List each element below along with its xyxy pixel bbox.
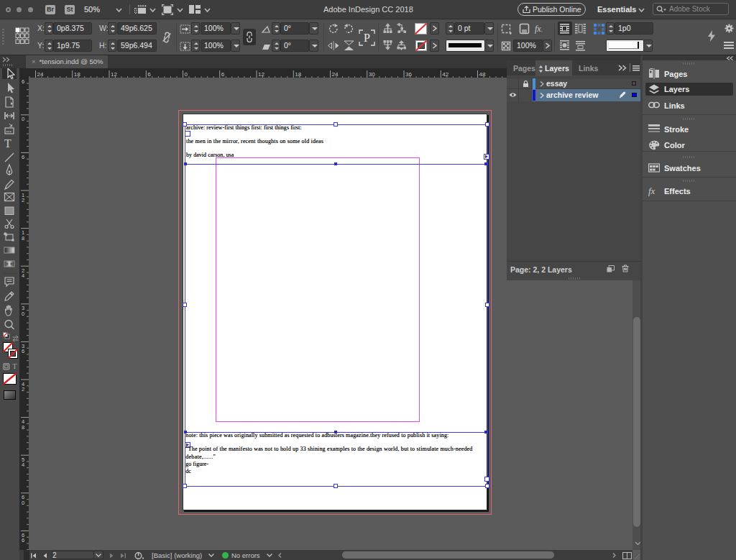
svg-text:12: 12 <box>111 71 117 78</box>
svg-text:fx: fx <box>648 185 656 196</box>
svg-text:2: 2 <box>22 197 24 203</box>
svg-text:48: 48 <box>479 71 486 78</box>
svg-text:18: 18 <box>295 71 301 78</box>
svg-text:6: 6 <box>22 348 24 354</box>
svg-text:12: 12 <box>258 71 264 78</box>
svg-text:0: 0 <box>22 311 24 317</box>
svg-text:8: 8 <box>22 235 24 242</box>
svg-text:4: 4 <box>22 272 24 279</box>
svg-text:6: 6 <box>22 537 24 543</box>
svg-text:0: 0 <box>22 116 24 122</box>
svg-text:6: 6 <box>221 71 225 78</box>
svg-text:30: 30 <box>369 71 375 78</box>
svg-text:4: 4 <box>22 462 24 468</box>
svg-text:P: P <box>364 32 370 44</box>
svg-text:T: T <box>4 137 12 150</box>
svg-text:36: 36 <box>405 71 412 78</box>
svg-text:6: 6 <box>22 154 24 160</box>
svg-text:24: 24 <box>332 71 339 78</box>
svg-text:0: 0 <box>185 71 188 78</box>
svg-text:24: 24 <box>37 71 44 78</box>
svg-text:0: 0 <box>22 500 24 506</box>
svg-text:8: 8 <box>22 424 24 431</box>
svg-text:6: 6 <box>147 71 151 78</box>
svg-text:6: 6 <box>22 78 24 85</box>
svg-text:18: 18 <box>74 71 80 78</box>
svg-text:42: 42 <box>442 71 448 78</box>
svg-text:2: 2 <box>22 386 24 393</box>
